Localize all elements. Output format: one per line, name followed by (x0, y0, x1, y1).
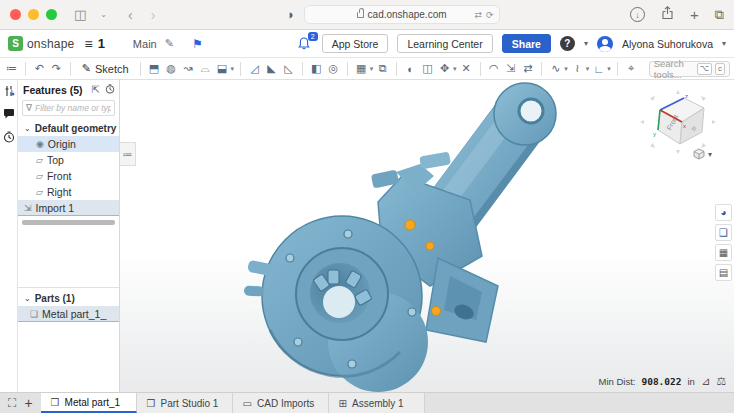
move-face-icon[interactable]: ⇲ (503, 61, 518, 77)
learning-center-button[interactable]: Learning Center (397, 34, 492, 53)
parts-header[interactable]: ⌄ Parts (1) (18, 290, 119, 306)
popout-panel-icon[interactable]: ⇱ (92, 84, 100, 96)
browser-back-button[interactable]: ‹ (128, 7, 133, 23)
undo-button[interactable]: ↶ (32, 61, 47, 77)
help-caret-icon[interactable]: ▾ (584, 39, 588, 48)
browser-toolbar: ◫ ⌄ ‹ › ◑ cad.onshape.com ⇄ ⟳ ↓ + ⧉ (0, 0, 734, 30)
sketch-button[interactable]: ✎ Sketch (77, 61, 134, 76)
user-name[interactable]: Alyona Suhorukova (622, 38, 713, 50)
pattern-icon[interactable]: ▦ (354, 61, 369, 77)
draft-icon[interactable]: ◺ (281, 61, 296, 77)
left-icon-strip (0, 80, 18, 392)
tab-part-studio-1[interactable]: ❒ Part Studio 1 (137, 393, 233, 413)
tree-node-import-1[interactable]: ⇲ Import 1 (18, 200, 119, 216)
measure-icon[interactable]: ⊿ (701, 375, 710, 388)
replace-face-icon[interactable]: ⇄ (520, 61, 535, 77)
new-tab-button[interactable]: + (690, 6, 699, 23)
surface-dropdown-caret-icon[interactable]: ▾ (564, 65, 568, 73)
search-tools-input[interactable]: Search tools... ⌥ c (649, 61, 730, 77)
privacy-shield-icon[interactable]: ◑ (286, 7, 294, 22)
tab-assembly-1[interactable]: ⊞ Assembly 1 (329, 393, 425, 413)
comments-icon[interactable] (3, 108, 15, 120)
shell-icon[interactable]: ◧ (309, 61, 324, 77)
document-title[interactable]: 1 (98, 36, 105, 51)
chevron-down-icon[interactable]: ⌄ (24, 124, 31, 133)
fillet-icon[interactable]: ◿ (247, 61, 262, 77)
sidebar-toggle-icon[interactable]: ◫ (71, 8, 89, 21)
app-store-button[interactable]: App Store (322, 34, 389, 53)
transform-dropdown-caret-icon[interactable]: ▾ (453, 65, 457, 73)
split-icon[interactable]: ◫ (420, 61, 435, 77)
tree-node-metal-part[interactable]: ❏ Metal part_1_ (18, 306, 119, 322)
redo-button[interactable]: ↷ (49, 61, 64, 77)
address-bar[interactable]: cad.onshape.com ⇄ ⟳ (304, 5, 500, 24)
reload-icon[interactable]: ⟳ (486, 10, 494, 20)
thicken-icon[interactable]: ⬓ (214, 61, 229, 77)
onshape-logo-icon[interactable]: S (8, 36, 23, 51)
sidebar-chevron-icon[interactable]: ⌄ (97, 11, 110, 19)
surface-icon[interactable]: ∿ (548, 61, 563, 77)
user-menu-caret-icon[interactable]: ▾ (722, 39, 726, 48)
share-page-icon[interactable] (661, 6, 674, 23)
tree-node-default-geometry[interactable]: ⌄ Default geometry (18, 120, 119, 136)
boss-dropdown-caret-icon[interactable]: ▾ (230, 65, 234, 73)
add-tab-button[interactable]: + (24, 395, 32, 411)
sheet-metal-dropdown-caret-icon[interactable]: ▾ (607, 65, 611, 73)
chamfer-icon[interactable]: ◣ (264, 61, 279, 77)
browser-forward-button[interactable]: › (151, 7, 156, 23)
bom-panel-icon[interactable]: ▤ (715, 264, 732, 281)
sweep-icon[interactable]: ↝ (180, 61, 195, 77)
extrude-icon[interactable]: ⬒ (146, 61, 161, 77)
minimize-window-button[interactable] (28, 9, 39, 20)
filter-input[interactable]: ∇ Filter by name or type (22, 100, 115, 116)
tree-node-top-plane[interactable]: ▱ Top (18, 152, 119, 168)
close-window-button[interactable] (10, 9, 21, 20)
boolean-icon[interactable]: ◐ (403, 61, 418, 77)
mass-properties-icon[interactable]: ⚖ (716, 375, 726, 388)
tab-overview-button[interactable]: ⧉ (715, 7, 724, 23)
user-avatar[interactable] (597, 36, 613, 52)
tab-manager-icon[interactable]: ⛶ (8, 396, 16, 410)
feature-list-toggle-icon[interactable]: ≔ (4, 61, 19, 77)
revolve-icon[interactable]: ◍ (163, 61, 178, 77)
hole-icon[interactable]: ◎ (326, 61, 341, 77)
mate-connector-icon[interactable]: ⌖ (624, 61, 639, 77)
view-cube[interactable]: Front R z x y (638, 88, 718, 156)
configurations-panel-icon[interactable]: ❑ (715, 224, 732, 241)
history-icon[interactable] (105, 84, 115, 96)
custom-tables-panel-icon[interactable]: ▦ (715, 244, 732, 261)
tree-node-front-plane[interactable]: ▱ Front (18, 168, 119, 184)
tab-metal-part-1[interactable]: ❒ Metal part_1 (41, 393, 137, 413)
tab-cad-imports[interactable]: ▭ CAD Imports (233, 393, 329, 413)
learning-flag-icon[interactable]: ⚑ (192, 37, 203, 51)
workspace-name[interactable]: Main (133, 38, 157, 50)
pattern-dropdown-caret-icon[interactable]: ▾ (370, 65, 374, 73)
transform-icon[interactable]: ✥ (437, 61, 452, 77)
sheet-metal-icon[interactable]: ∟ (591, 61, 606, 77)
tree-node-origin[interactable]: ◉ Origin (18, 136, 119, 152)
downloads-button[interactable]: ↓ (630, 7, 645, 22)
curve-dropdown-caret-icon[interactable]: ▾ (586, 65, 590, 73)
chevron-down-icon[interactable]: ⌄ (24, 294, 31, 303)
mirror-icon[interactable]: ⧉ (375, 61, 390, 77)
tree-node-right-plane[interactable]: ▱ Right (18, 184, 119, 200)
appearance-panel-icon[interactable]: ◕ (715, 204, 732, 221)
share-button[interactable]: Share (502, 34, 551, 53)
document-menu-icon[interactable]: ≡ (84, 36, 92, 52)
loft-icon[interactable]: ⌓ (197, 61, 212, 77)
configurations-slider-icon[interactable] (3, 85, 15, 97)
graphics-canvas[interactable]: ≔ Front R (120, 80, 734, 392)
translate-icon[interactable]: ⇄ (474, 10, 482, 20)
help-icon[interactable]: ? (560, 36, 575, 51)
versions-pencil-icon[interactable]: ✎ (165, 37, 174, 50)
history-clock-icon[interactable] (3, 131, 15, 143)
zoom-window-button[interactable] (46, 9, 57, 20)
delete-part-icon[interactable]: ✕ (459, 61, 474, 77)
view-settings-dropdown[interactable]: ▾ (693, 148, 712, 160)
curve-icon[interactable]: ≀ (570, 61, 585, 77)
feature-panel-flyout-handle[interactable]: ≔ (120, 142, 136, 166)
origin-icon: ◉ (36, 139, 44, 149)
notifications-bell-icon[interactable]: 2 (297, 36, 313, 52)
feature-rollup-bar[interactable] (22, 220, 115, 225)
modify-fillet-icon[interactable]: ◠ (486, 61, 501, 77)
